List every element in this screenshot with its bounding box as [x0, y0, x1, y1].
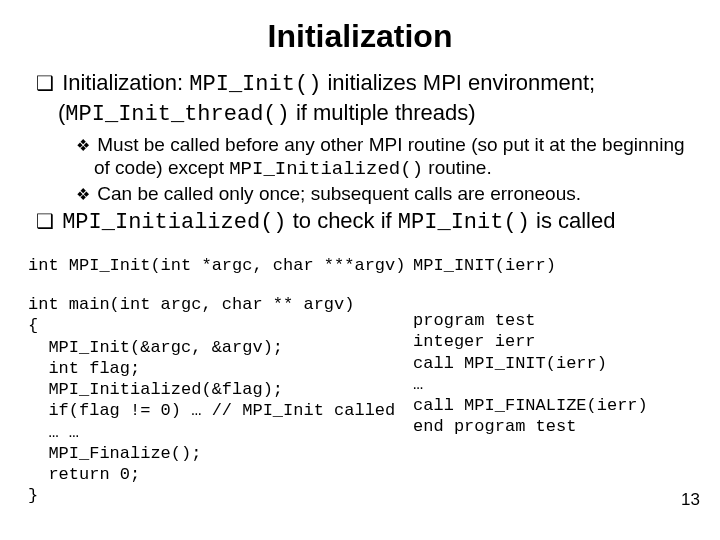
- page-number: 13: [681, 490, 700, 510]
- bullet-mpi-initialized-check: ❑ MPI_Initialized() to check if MPI_Init…: [28, 207, 692, 237]
- text: routine.: [423, 157, 492, 178]
- slide-title: Initialization: [28, 18, 692, 55]
- code-mpi-initialized: MPI_Initialized(): [229, 158, 423, 180]
- subbullet-only-once: ❖ Can be called only once; subsequent ca…: [74, 183, 692, 206]
- square-bullet-icon: ❑: [36, 72, 56, 94]
- square-bullet-icon: ❑: [36, 210, 56, 232]
- code-signatures-row: int MPI_Init(int *argc, char ***argv) MP…: [28, 255, 692, 276]
- code-mpi-initialized: MPI_Initialized(): [62, 210, 286, 235]
- diamond-bullet-icon: ❖: [76, 137, 92, 154]
- text: Can be called only once; subsequent call…: [97, 183, 581, 204]
- diamond-bullet-icon: ❖: [76, 186, 92, 203]
- fortran-signature: MPI_INIT(ierr): [413, 255, 692, 276]
- code-examples-row: int main(int argc, char ** argv) { MPI_I…: [28, 294, 692, 507]
- text: Initialization:: [62, 70, 189, 95]
- fortran-example-code: program test integer ierr call MPI_INIT(…: [413, 294, 692, 507]
- bullet-initialization: ❑ Initialization: MPI_Init() initializes…: [28, 69, 692, 128]
- text: is called: [530, 208, 616, 233]
- text: to check if: [287, 208, 398, 233]
- code-mpi-init: MPI_Init(): [189, 72, 321, 97]
- subbullet-must-be-called: ❖ Must be called before any other MPI ro…: [74, 134, 692, 181]
- code-mpi-init: MPI_Init(): [398, 210, 530, 235]
- text: if multiple threads): [290, 100, 476, 125]
- code-mpi-init-thread: MPI_Init_thread(): [65, 102, 289, 127]
- c-signature: int MPI_Init(int *argc, char ***argv): [28, 255, 413, 276]
- c-example-code: int main(int argc, char ** argv) { MPI_I…: [28, 294, 413, 507]
